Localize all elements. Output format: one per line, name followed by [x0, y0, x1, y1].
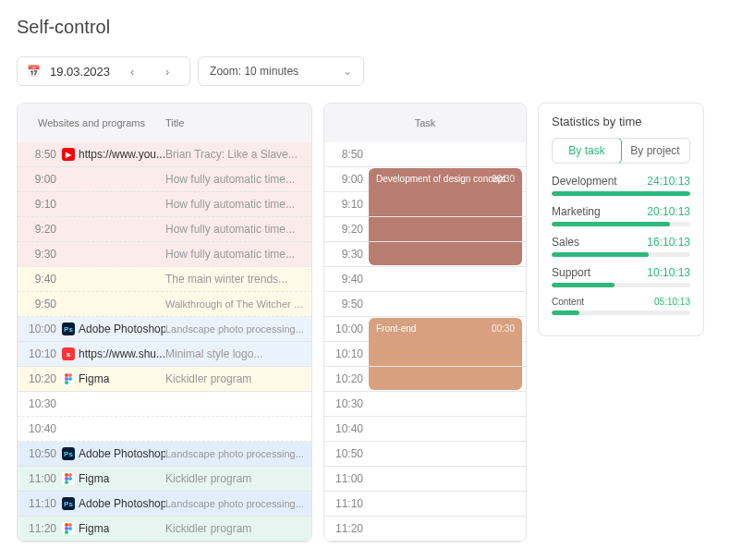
- task-row[interactable]: 9:30: [324, 242, 526, 267]
- task-row[interactable]: 9:40: [324, 267, 526, 292]
- time-label: 9:50: [324, 298, 369, 310]
- progress-bar: [552, 191, 690, 196]
- time-label: 9:10: [18, 198, 62, 211]
- task-duration: 00:30: [492, 323, 515, 334]
- svg-point-6: [68, 473, 72, 477]
- time-label: 9:40: [18, 273, 62, 286]
- svg-point-5: [65, 473, 68, 477]
- task-row[interactable]: 11:20: [324, 517, 526, 542]
- activity-row[interactable]: 10:30: [18, 392, 311, 417]
- stat-item: Support10:10:13: [552, 266, 690, 287]
- stat-value: 10:10:13: [647, 266, 690, 279]
- svg-point-14: [65, 530, 68, 534]
- website-label: ▶https://www.you...: [62, 148, 165, 161]
- tab-by-task[interactable]: By task: [552, 138, 622, 164]
- activity-row[interactable]: 8:50▶https://www.you...Brian Tracy: Like…: [18, 142, 311, 167]
- stat-name: Support: [552, 266, 590, 279]
- col-title: Title: [165, 117, 311, 128]
- activity-row[interactable]: 11:20FigmaKickidler program: [18, 517, 311, 542]
- zoom-label: Zoom: 10 minutes: [210, 65, 298, 78]
- figma-icon: [62, 372, 75, 385]
- task-header: Task: [324, 103, 526, 142]
- activity-row[interactable]: 9:40The main winter trends...: [18, 267, 311, 292]
- toolbar: 📅 19.03.2023 ‹ › Zoom: 10 minutes ⌄: [17, 56, 713, 86]
- activity-row[interactable]: 10:20FigmaKickidler program: [18, 367, 311, 392]
- stat-item: Sales16:10:13: [552, 236, 690, 257]
- title-label: Minimal style logo...: [165, 347, 311, 360]
- time-label: 9:30: [18, 248, 62, 261]
- zoom-select[interactable]: Zoom: 10 minutes ⌄: [198, 56, 364, 86]
- activity-header: Websites and programs Title: [18, 103, 311, 142]
- task-row[interactable]: 9:20: [324, 217, 526, 242]
- title-label: How fully automatic time...: [165, 248, 311, 261]
- time-label: 10:20: [18, 372, 62, 385]
- progress-bar: [552, 283, 690, 287]
- activity-row[interactable]: 11:10PsAdobe PhotoshopLandscape photo pr…: [18, 492, 311, 517]
- col-websites: Websites and programs: [18, 117, 165, 128]
- tab-by-project[interactable]: By project: [621, 139, 689, 163]
- page-title: Self-control: [17, 17, 713, 38]
- stat-name: Development: [552, 175, 617, 188]
- svg-point-1: [68, 373, 72, 377]
- date-picker[interactable]: 📅 19.03.2023 ‹ ›: [17, 56, 190, 86]
- stat-value: 24:10:13: [647, 175, 690, 188]
- progress-bar: [552, 222, 690, 226]
- stats-panel: Statistics by time By task By project De…: [538, 103, 704, 336]
- photoshop-icon: Ps: [62, 447, 75, 460]
- svg-point-4: [65, 381, 68, 384]
- activity-row[interactable]: 9:00How fully automatic time...: [18, 167, 311, 192]
- activity-row[interactable]: 10:00PsAdobe PhotoshopLandscape photo pr…: [18, 317, 311, 342]
- time-label: 11:10: [324, 497, 369, 510]
- time-label: 10:50: [18, 447, 62, 460]
- time-label: 11:20: [18, 522, 62, 535]
- photoshop-icon: Ps: [62, 323, 75, 335]
- task-row[interactable]: 9:50: [324, 292, 526, 317]
- task-row[interactable]: 10:40: [324, 417, 526, 442]
- time-label: 10:20: [324, 372, 369, 385]
- title-label: Brian Tracy: Like a Slave...: [165, 148, 311, 161]
- task-row[interactable]: 11:10: [324, 492, 526, 517]
- stat-item: Marketing20:10:13: [552, 205, 690, 226]
- title-label: Kickidler program: [165, 472, 311, 485]
- time-label: 10:50: [324, 447, 369, 460]
- photoshop-icon: Ps: [62, 497, 75, 510]
- time-label: 9:10: [324, 198, 369, 211]
- activity-row[interactable]: 10:40: [18, 417, 311, 442]
- task-name: Development of design concept: [376, 174, 505, 184]
- svg-point-13: [68, 527, 72, 530]
- stat-value: 05:10:13: [654, 297, 690, 307]
- stat-name: Sales: [552, 236, 579, 249]
- task-row[interactable]: 8:50: [324, 142, 526, 167]
- prev-day-button[interactable]: ‹: [119, 58, 145, 84]
- next-day-button[interactable]: ›: [154, 58, 180, 84]
- task-row[interactable]: 10:20: [324, 367, 526, 392]
- activity-row[interactable]: 10:10shttps://www.shu...Minimal style lo…: [18, 342, 311, 367]
- stats-title: Statistics by time: [552, 115, 690, 128]
- time-label: 9:00: [324, 173, 369, 186]
- time-label: 11:00: [324, 472, 369, 485]
- time-label: 11:00: [18, 472, 62, 485]
- time-label: 9:40: [324, 273, 369, 286]
- task-row[interactable]: 9:10: [324, 192, 526, 217]
- activity-row[interactable]: 9:30How fully automatic time...: [18, 242, 311, 267]
- time-label: 9:50: [18, 298, 62, 310]
- time-label: 9:20: [324, 223, 369, 236]
- task-row[interactable]: 10:10: [324, 342, 526, 367]
- time-label: 10:00: [18, 323, 62, 335]
- time-label: 8:50: [18, 148, 62, 161]
- activity-row[interactable]: 9:20How fully automatic time...: [18, 217, 311, 242]
- task-row[interactable]: 10:30: [324, 392, 526, 417]
- time-label: 10:30: [324, 397, 369, 410]
- date-value: 19.03.2023: [50, 65, 110, 79]
- activity-row[interactable]: 9:50Walkthrough of The Witcher 3...: [18, 292, 311, 317]
- website-label: PsAdobe Photoshop: [62, 447, 165, 460]
- website-label: shttps://www.shu...: [62, 347, 165, 360]
- task-row[interactable]: 10:50: [324, 442, 526, 467]
- activity-row[interactable]: 10:50PsAdobe PhotoshopLandscape photo pr…: [18, 442, 311, 467]
- task-row[interactable]: 11:00: [324, 467, 526, 492]
- activity-row[interactable]: 11:00FigmaKickidler program: [18, 467, 311, 492]
- activity-row[interactable]: 9:10How fully automatic time...: [18, 192, 311, 217]
- time-label: 9:30: [324, 248, 369, 261]
- stat-value: 16:10:13: [647, 236, 690, 249]
- title-label: Landscape photo processing...: [165, 323, 311, 335]
